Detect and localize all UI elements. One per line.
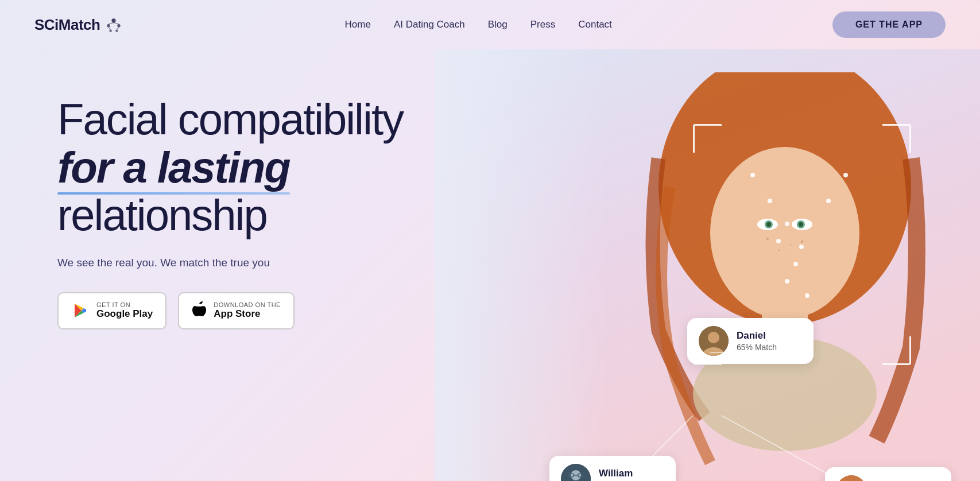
svg-line-8: [117, 28, 119, 30]
nav-blog[interactable]: Blog: [488, 19, 508, 30]
app-store-text: Download on the App Store: [214, 301, 281, 320]
scan-corner-tl: [693, 124, 722, 153]
avatar-andrew: [836, 475, 866, 481]
william-name: William: [599, 468, 639, 479]
facial-dot-4: [826, 199, 831, 203]
hero-title-line2: for a lasting: [57, 143, 290, 192]
match-cards-container: Daniel 65% Match: [435, 301, 980, 481]
avatar-daniel: [699, 326, 729, 356]
hero-content: Facial compatibility for a lasting relat…: [57, 61, 403, 329]
site-header: SCiMatch Home AI Dating Coach Blog Press…: [0, 0, 980, 49]
hero-image-area: Daniel 65% Match: [435, 49, 980, 481]
hero-title-line3: relationship: [57, 191, 267, 239]
match-card-daniel: Daniel 65% Match: [687, 318, 814, 364]
google-play-large: Google Play: [96, 308, 153, 320]
facial-dot-5: [785, 222, 789, 226]
facial-dot-9: [785, 279, 789, 284]
facial-dot-10: [805, 293, 809, 298]
facial-dot-6: [776, 239, 781, 243]
svg-point-1: [107, 24, 110, 27]
nav-home[interactable]: Home: [345, 19, 371, 30]
facial-dot-7: [799, 245, 804, 249]
avatar-william: [561, 464, 591, 481]
william-info: William 19% Match: [599, 468, 639, 481]
logo-text: SCiMatch: [34, 16, 100, 34]
svg-point-3: [110, 30, 113, 33]
nav-press[interactable]: Press: [530, 19, 555, 30]
daniel-pct: 65% Match: [737, 343, 777, 352]
daniel-name: Daniel: [737, 330, 777, 342]
svg-rect-40: [836, 475, 866, 481]
google-play-small: GET IT ON: [96, 301, 153, 308]
svg-point-33: [708, 332, 719, 343]
google-play-icon: [71, 301, 90, 320]
svg-line-29: [722, 416, 836, 479]
hero-section: Facial compatibility for a lasting relat…: [0, 49, 980, 463]
svg-line-6: [114, 22, 119, 24]
google-play-text: GET IT ON Google Play: [96, 301, 153, 320]
app-store-button[interactable]: Download on the App Store: [178, 292, 295, 329]
main-nav: Home AI Dating Coach Blog Press Contact: [345, 19, 612, 30]
facial-dot-3: [768, 199, 772, 203]
svg-point-0: [112, 18, 116, 22]
daniel-info: Daniel 65% Match: [737, 330, 777, 352]
nav-ai-dating-coach[interactable]: AI Dating Coach: [394, 19, 465, 30]
get-app-button[interactable]: GET THE APP: [832, 11, 946, 38]
nav-contact[interactable]: Contact: [578, 19, 612, 30]
hero-title-line1: Facial compatibility: [57, 95, 403, 143]
svg-point-2: [118, 24, 121, 27]
match-card-william: William 19% Match: [549, 456, 676, 481]
apple-icon: [192, 300, 207, 321]
svg-line-7: [109, 28, 111, 30]
app-buttons: GET IT ON Google Play Download on the Ap…: [57, 292, 403, 329]
facial-dot-1: [750, 173, 755, 177]
google-play-button[interactable]: GET IT ON Google Play: [57, 292, 166, 329]
svg-point-4: [116, 30, 119, 33]
svg-line-5: [109, 22, 114, 24]
hero-title: Facial compatibility for a lasting relat…: [57, 95, 403, 239]
logo[interactable]: SCiMatch: [34, 14, 124, 35]
app-store-large: App Store: [214, 308, 281, 320]
scan-corner-tr: [882, 124, 911, 153]
logo-icon: [103, 14, 124, 35]
hero-subtitle: We see the real you. We match the true y…: [57, 257, 403, 269]
match-card-andrew: Andrew 83% Match: [825, 467, 951, 481]
facial-dot-8: [793, 262, 798, 266]
app-store-small: Download on the: [214, 301, 281, 308]
facial-dot-2: [843, 173, 848, 177]
